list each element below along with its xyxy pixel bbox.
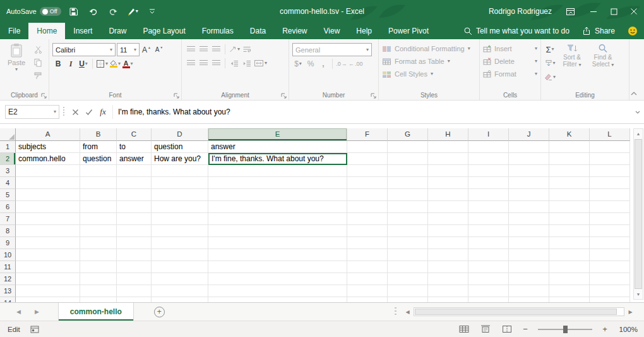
cell-B2[interactable]: question: [80, 153, 117, 165]
cell-E4[interactable]: [208, 177, 347, 189]
decrease-font-size-button[interactable]: A▼: [153, 44, 165, 56]
cell-D4[interactable]: [152, 177, 208, 189]
column-header-I[interactable]: I: [468, 128, 509, 141]
cell-H3[interactable]: [428, 165, 468, 177]
name-box[interactable]: E2 ▾: [5, 105, 59, 119]
font-name-combo[interactable]: Calibri ▾: [52, 43, 116, 56]
cell-D7[interactable]: [152, 213, 208, 225]
fill-button[interactable]: ▾: [544, 57, 556, 70]
cell-I1[interactable]: [468, 141, 509, 153]
row-header-14[interactable]: 14: [0, 297, 16, 302]
cell-I12[interactable]: [468, 273, 509, 285]
horizontal-scrollbar-track[interactable]: [414, 307, 624, 316]
cell-F7[interactable]: [347, 213, 388, 225]
cell-A7[interactable]: [16, 213, 80, 225]
cell-H7[interactable]: [428, 213, 468, 225]
cell-L5[interactable]: [590, 189, 630, 201]
cell-I8[interactable]: [468, 225, 509, 237]
column-header-G[interactable]: G: [388, 128, 428, 141]
zoom-out-button[interactable]: −: [522, 324, 529, 334]
cell-E8[interactable]: [208, 225, 347, 237]
row-header-9[interactable]: 9: [0, 237, 16, 249]
share-button[interactable]: Share: [582, 27, 615, 35]
cell-B9[interactable]: [80, 237, 117, 249]
user-name[interactable]: Rodrigo Rodriguez: [489, 7, 552, 16]
cell-L8[interactable]: [590, 225, 630, 237]
cell-C2[interactable]: answer: [117, 153, 152, 165]
zoom-slider[interactable]: [538, 329, 592, 330]
number-dialog-launcher[interactable]: [370, 92, 376, 98]
cell-G3[interactable]: [388, 165, 428, 177]
vertical-scrollbar[interactable]: ▲ ▼: [633, 128, 643, 300]
cell-K7[interactable]: [549, 213, 590, 225]
increase-decimal-button[interactable]: .0 →: [336, 58, 347, 70]
orientation-button[interactable]: ▾: [229, 43, 240, 56]
cell-J5[interactable]: [509, 189, 549, 201]
cell-K1[interactable]: [549, 141, 590, 153]
column-header-F[interactable]: F: [347, 128, 388, 141]
cell-C10[interactable]: [117, 249, 152, 261]
format-cells-button[interactable]: Format ▾: [483, 68, 537, 80]
cell-B11[interactable]: [80, 261, 117, 273]
decrease-decimal-button[interactable]: ← .00: [349, 58, 363, 70]
cell-I7[interactable]: [468, 213, 509, 225]
autosum-button[interactable]: Σ ▾: [544, 43, 556, 56]
customize-quick-access-toolbar-button[interactable]: [145, 4, 159, 19]
normal-view-button[interactable]: [457, 323, 471, 336]
decrease-indent-button[interactable]: [229, 57, 240, 70]
merge-center-button[interactable]: ▾: [254, 57, 267, 70]
bottom-align-button[interactable]: [210, 43, 222, 56]
cell-F6[interactable]: [347, 201, 388, 213]
cell-D2[interactable]: How are you?: [152, 153, 208, 165]
row-header-13[interactable]: 13: [0, 285, 16, 297]
cell-J13[interactable]: [509, 285, 549, 297]
cell-I5[interactable]: [468, 189, 509, 201]
cell-H5[interactable]: [428, 189, 468, 201]
vertical-scrollbar-thumb[interactable]: [635, 139, 642, 289]
cell-A3[interactable]: [16, 165, 80, 177]
conditional-formatting-button[interactable]: Conditional Formatting ▾: [382, 42, 476, 55]
cell-E9[interactable]: [208, 237, 347, 249]
redo-button[interactable]: [106, 4, 120, 19]
cell-D11[interactable]: [152, 261, 208, 273]
ribbon-tab-home[interactable]: Home: [28, 23, 65, 39]
cell-A8[interactable]: [16, 225, 80, 237]
cell-G5[interactable]: [388, 189, 428, 201]
ribbon-display-options-button[interactable]: [561, 3, 580, 20]
cell-H9[interactable]: [428, 237, 468, 249]
format-as-table-button[interactable]: Format as Table ▾: [382, 55, 476, 68]
cell-L13[interactable]: [590, 285, 630, 297]
cell-H1[interactable]: [428, 141, 468, 153]
cell-styles-button[interactable]: Cell Styles ▾: [382, 68, 476, 80]
cell-D10[interactable]: [152, 249, 208, 261]
ribbon-tab-insert[interactable]: Insert: [65, 23, 100, 39]
cell-C4[interactable]: [117, 177, 152, 189]
row-header-6[interactable]: 6: [0, 201, 16, 213]
cell-C13[interactable]: [117, 285, 152, 297]
font-color-button[interactable]: A ▾: [122, 58, 133, 70]
cell-G4[interactable]: [388, 177, 428, 189]
cell-I9[interactable]: [468, 237, 509, 249]
cell-L3[interactable]: [590, 165, 630, 177]
cell-F14[interactable]: [347, 297, 388, 302]
row-header-5[interactable]: 5: [0, 189, 16, 201]
row-header-1[interactable]: 1: [0, 141, 16, 153]
cell-B12[interactable]: [80, 273, 117, 285]
cell-J8[interactable]: [509, 225, 549, 237]
cell-J7[interactable]: [509, 213, 549, 225]
cell-E3[interactable]: [208, 165, 347, 177]
cell-D8[interactable]: [152, 225, 208, 237]
cell-B3[interactable]: [80, 165, 117, 177]
cell-F12[interactable]: [347, 273, 388, 285]
cell-L1[interactable]: [590, 141, 630, 153]
cell-J10[interactable]: [509, 249, 549, 261]
cell-D12[interactable]: [152, 273, 208, 285]
cell-K12[interactable]: [549, 273, 590, 285]
cell-G9[interactable]: [388, 237, 428, 249]
row-header-7[interactable]: 7: [0, 213, 16, 225]
cell-A10[interactable]: [16, 249, 80, 261]
cell-B6[interactable]: [80, 201, 117, 213]
cell-C5[interactable]: [117, 189, 152, 201]
cell-C7[interactable]: [117, 213, 152, 225]
cell-H4[interactable]: [428, 177, 468, 189]
